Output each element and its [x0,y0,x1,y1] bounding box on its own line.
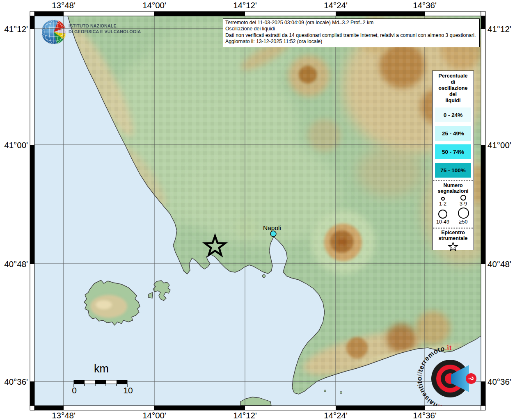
epicenter-title-line1: Epicentro [433,230,474,235]
event-info-box: Terremoto del 11-03-2025 03:04:09 (ora l… [223,18,480,47]
legend-class-0-24: 0 - 24% [435,107,471,122]
city-label-napoli: Napoli [254,224,290,232]
lon-label-top-2: 14°12' [226,0,264,10]
islet [324,390,326,392]
signals-row-1: 1-2 3-9 [433,195,474,207]
signal-1-2: 1-2 [433,197,452,207]
lon-label-bottom-0: 13°48' [45,411,82,420]
legend-title-line: di [433,79,474,85]
signal-label: 10-49 [436,219,449,225]
event-info-line1: Terremoto del 11-03-2025 03:04:09 (ora l… [225,20,477,26]
ingv-line2: DI GEOFISICA E VULCANOLOGIA [69,29,141,35]
signal-circle-medium-icon [460,195,466,201]
legend-title: Percentuale di oscillazione dei liquidi [433,73,474,104]
scale-unit-label: km [85,363,118,375]
island-nisida [263,275,266,278]
legend-title-line: oscillazione [433,85,474,91]
legend-title-line: liquidi [433,98,474,104]
city-report-dot [270,231,276,237]
lat-label-right-1: 41°00' [488,140,515,150]
legend-class-50-74: 50 - 74% [435,144,471,159]
scale-end-label: 10 [121,386,135,395]
lat-label-left-3: 40°36' [0,377,28,387]
legend-title-line: Percentuale [433,73,474,79]
ingv-line1: ISTITUTO NAZIONALE [69,23,141,29]
signal-circle-xlarge-icon [458,208,469,219]
legend-divider [433,180,473,181]
lon-label-bottom-3: 14°24' [317,411,355,420]
lon-label-bottom-2: 14°12' [226,411,264,420]
signal-label: 3-9 [460,201,467,207]
signals-row-2: 10-49 ≥50 [433,208,474,225]
lat-label-left-0: 41°12' [0,24,28,34]
event-info-line4: Aggiornato il: 13-12-2025 11:52 (ora loc… [225,39,477,45]
lon-label-top-3: 14°24' [317,0,355,10]
lon-label-bottom-1: 14°00' [135,411,173,420]
lat-label-right-0: 41°12' [488,24,515,34]
lat-label-left-1: 41°00' [0,140,28,150]
lon-label-bottom-4: 14°36' [406,411,444,420]
lon-label-top-1: 14°00' [135,0,173,10]
signals-title-line1: Numero [433,183,474,188]
event-info-line3: Dati non verificati estratti da 14 quest… [225,32,477,39]
legend-box: Percentuale di oscillazione dei liquidi … [432,71,474,250]
islet [340,392,342,394]
lat-label-left-2: 40°48' [0,259,28,269]
signal-circle-large-icon [438,210,447,219]
epicenter-title: Epicentro strumentale [433,230,474,241]
signal-50plus: ≥50 [454,208,473,225]
signals-title: Numero segnalazioni [433,183,474,194]
signal-label: ≥50 [459,219,468,225]
lon-label-top-4: 14°36' [406,0,444,10]
ingv-wordmark: ISTITUTO NAZIONALE DI GEOFISICA E VULCAN… [69,23,141,34]
legend-class-25-49: 25 - 49% [435,126,471,141]
ingv-logo-globe [41,20,66,44]
signal-10-49: 10-49 [433,210,452,225]
lat-label-right-3: 40°36' [488,377,515,387]
signal-3-9: 3-9 [454,195,473,207]
scale-start-label: 0 [68,386,80,395]
signal-circle-small-icon [441,197,445,201]
signal-label: 1-2 [439,201,446,207]
lat-label-right-2: 40°48' [488,259,515,269]
event-info-line2: Oscillazione dei liquidi [225,26,477,32]
map-area: ? www.haisentitoilterremoto.it [34,16,501,413]
lon-label-top-0: 13°48' [45,0,82,10]
legend-class-75-100: 75 - 100% [435,163,471,178]
quake-map-page: ? www.haisentitoilterremoto.it 13°48' 14… [0,0,515,420]
epicenter-star-icon [433,242,474,253]
legend-divider [433,228,473,228]
epicenter-title-line2: strumentale [433,235,474,241]
signals-title-line2: segnalazioni [433,188,474,194]
legend-title-line: dei [433,91,474,98]
